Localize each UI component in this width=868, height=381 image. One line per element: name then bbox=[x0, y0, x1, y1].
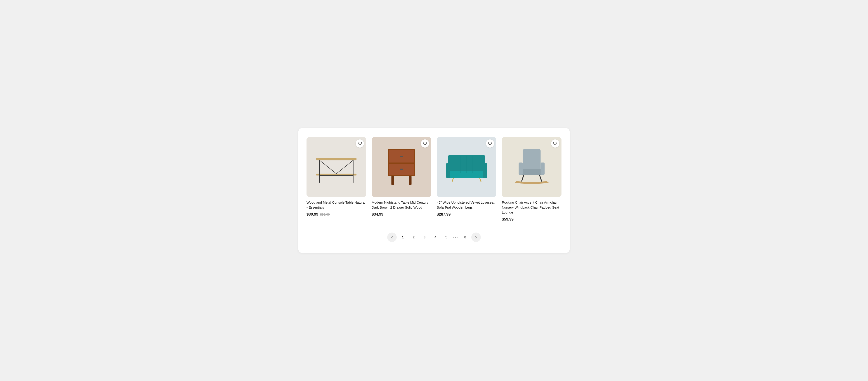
svg-rect-13 bbox=[409, 176, 412, 185]
product-title: Rocking Chair Accent Chair Armchair Nurs… bbox=[502, 200, 561, 215]
page-button-4[interactable]: 4 bbox=[431, 232, 440, 242]
next-page-button[interactable] bbox=[471, 232, 481, 242]
wishlist-button[interactable] bbox=[551, 139, 559, 148]
page-button-3[interactable]: 3 bbox=[420, 232, 429, 242]
svg-line-4 bbox=[320, 160, 336, 174]
svg-rect-26 bbox=[541, 163, 545, 175]
product-image-svg bbox=[379, 145, 424, 189]
svg-line-18 bbox=[452, 178, 453, 182]
prev-page-button[interactable] bbox=[387, 232, 397, 242]
svg-line-19 bbox=[480, 178, 481, 182]
products-grid: Wood and Metal Console Table Natural - E… bbox=[307, 137, 561, 221]
product-card-rocking-chair[interactable]: Rocking Chair Accent Chair Armchair Nurs… bbox=[502, 137, 561, 221]
svg-rect-23 bbox=[523, 149, 540, 171]
product-price-row: $30.99 $50.00 bbox=[307, 212, 366, 217]
product-image-wrapper bbox=[372, 137, 431, 197]
product-image-svg bbox=[314, 145, 359, 189]
product-card-nightstand[interactable]: Modern Nightstand Table Mid Century Dark… bbox=[372, 137, 431, 221]
product-title: 46" Wide Upholstered Velvet Loveseat Sof… bbox=[437, 200, 496, 210]
price-current: $59.99 bbox=[502, 217, 514, 222]
product-listing-container: Wood and Metal Console Table Natural - E… bbox=[298, 128, 569, 253]
product-image-wrapper bbox=[307, 137, 366, 197]
price-current: $34.99 bbox=[372, 212, 383, 217]
svg-rect-11 bbox=[400, 168, 403, 170]
svg-rect-1 bbox=[316, 174, 356, 176]
price-original: $50.00 bbox=[320, 213, 330, 216]
wishlist-button[interactable] bbox=[421, 139, 429, 148]
svg-rect-0 bbox=[316, 158, 356, 160]
page-button-5[interactable]: 5 bbox=[441, 232, 451, 242]
page-button-1[interactable]: 1 bbox=[398, 232, 408, 242]
product-card-loveseat[interactable]: 46" Wide Upholstered Velvet Loveseat Sof… bbox=[437, 137, 496, 221]
svg-rect-16 bbox=[446, 163, 450, 178]
svg-rect-25 bbox=[519, 163, 523, 175]
product-title: Modern Nightstand Table Mid Century Dark… bbox=[372, 200, 431, 210]
price-current: $30.99 bbox=[307, 212, 318, 217]
product-image-svg bbox=[509, 145, 554, 189]
product-image-wrapper bbox=[502, 137, 561, 197]
page-button-8[interactable]: 8 bbox=[460, 232, 470, 242]
product-price-row: $59.99 bbox=[502, 217, 561, 222]
product-title: Wood and Metal Console Table Natural - E… bbox=[307, 200, 366, 210]
svg-rect-24 bbox=[521, 169, 543, 175]
svg-rect-9 bbox=[400, 156, 403, 157]
product-image-wrapper bbox=[437, 137, 496, 197]
svg-rect-12 bbox=[391, 176, 394, 185]
product-image-svg bbox=[444, 145, 489, 189]
svg-line-27 bbox=[522, 175, 524, 182]
svg-line-28 bbox=[539, 175, 542, 182]
product-price-row: $287.99 bbox=[437, 212, 496, 217]
price-current: $287.99 bbox=[437, 212, 451, 217]
pagination: 1 2 3 4 5 ••• 8 bbox=[307, 232, 561, 242]
svg-rect-17 bbox=[483, 163, 487, 178]
wishlist-button[interactable] bbox=[486, 139, 494, 148]
product-card-console-table[interactable]: Wood and Metal Console Table Natural - E… bbox=[307, 137, 366, 221]
pagination-dots: ••• bbox=[452, 235, 459, 239]
page-button-2[interactable]: 2 bbox=[409, 232, 418, 242]
product-price-row: $34.99 bbox=[372, 212, 431, 217]
wishlist-button[interactable] bbox=[356, 139, 364, 148]
svg-line-5 bbox=[336, 160, 353, 174]
